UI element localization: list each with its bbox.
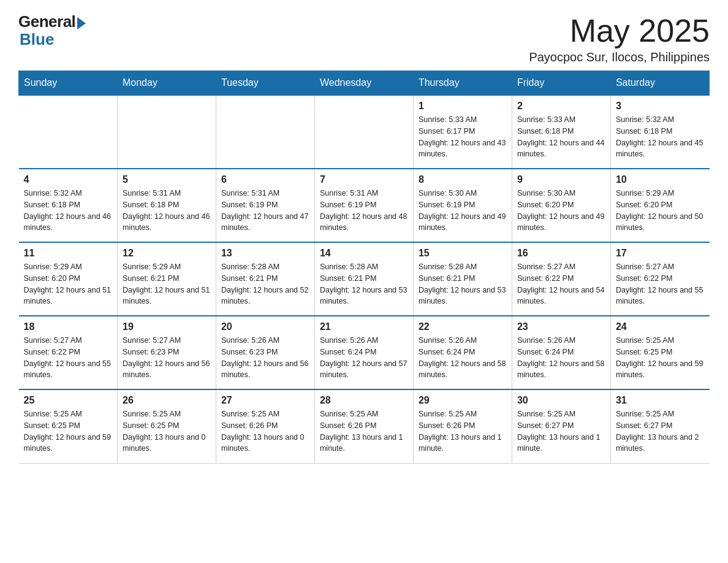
day-number: 16 xyxy=(517,248,605,259)
calendar-cell: 24Sunrise: 5:25 AM Sunset: 6:25 PM Dayli… xyxy=(610,316,709,389)
day-info: Sunrise: 5:25 AM Sunset: 6:27 PM Dayligh… xyxy=(616,408,705,454)
weekday-header-tuesday: Tuesday xyxy=(216,71,314,96)
calendar-cell: 31Sunrise: 5:25 AM Sunset: 6:27 PM Dayli… xyxy=(610,389,709,463)
calendar-cell: 18Sunrise: 5:27 AM Sunset: 6:22 PM Dayli… xyxy=(19,316,118,389)
calendar-cell: 10Sunrise: 5:29 AM Sunset: 6:20 PM Dayli… xyxy=(610,169,709,242)
calendar-cell: 6Sunrise: 5:31 AM Sunset: 6:19 PM Daylig… xyxy=(216,169,314,242)
day-number: 20 xyxy=(221,321,309,332)
weekday-header-sunday: Sunday xyxy=(19,71,118,96)
calendar-cell: 13Sunrise: 5:28 AM Sunset: 6:21 PM Dayli… xyxy=(216,242,314,316)
calendar-cell: 7Sunrise: 5:31 AM Sunset: 6:19 PM Daylig… xyxy=(314,169,413,242)
day-info: Sunrise: 5:25 AM Sunset: 6:26 PM Dayligh… xyxy=(320,408,408,454)
page-header: General Blue May 2025 Payocpoc Sur, Iloc… xyxy=(18,12,710,64)
calendar-cell: 14Sunrise: 5:28 AM Sunset: 6:21 PM Dayli… xyxy=(314,242,413,316)
calendar-cell: 29Sunrise: 5:25 AM Sunset: 6:26 PM Dayli… xyxy=(413,389,512,463)
day-info: Sunrise: 5:25 AM Sunset: 6:25 PM Dayligh… xyxy=(24,408,112,454)
day-number: 21 xyxy=(320,321,408,332)
day-number: 23 xyxy=(517,321,605,332)
calendar-cell: 27Sunrise: 5:25 AM Sunset: 6:26 PM Dayli… xyxy=(216,389,314,463)
day-info: Sunrise: 5:26 AM Sunset: 6:24 PM Dayligh… xyxy=(419,335,507,381)
calendar-week-row: 1Sunrise: 5:33 AM Sunset: 6:17 PM Daylig… xyxy=(19,95,710,169)
day-number: 22 xyxy=(419,321,507,332)
day-number: 2 xyxy=(517,101,605,112)
calendar-cell xyxy=(117,95,216,169)
calendar-cell: 20Sunrise: 5:26 AM Sunset: 6:23 PM Dayli… xyxy=(216,316,314,389)
day-number: 10 xyxy=(616,174,705,185)
day-info: Sunrise: 5:25 AM Sunset: 6:27 PM Dayligh… xyxy=(517,408,605,454)
weekday-header-monday: Monday xyxy=(117,71,216,96)
day-number: 18 xyxy=(24,321,112,332)
day-info: Sunrise: 5:25 AM Sunset: 6:26 PM Dayligh… xyxy=(419,408,507,454)
title-block: May 2025 Payocpoc Sur, Ilocos, Philippin… xyxy=(529,12,710,64)
weekday-header-saturday: Saturday xyxy=(610,71,709,96)
calendar-cell: 21Sunrise: 5:26 AM Sunset: 6:24 PM Dayli… xyxy=(314,316,413,389)
day-number: 29 xyxy=(419,395,507,406)
day-info: Sunrise: 5:30 AM Sunset: 6:19 PM Dayligh… xyxy=(419,188,507,234)
day-info: Sunrise: 5:28 AM Sunset: 6:21 PM Dayligh… xyxy=(419,261,507,307)
day-number: 12 xyxy=(123,248,211,259)
weekday-header-friday: Friday xyxy=(512,71,610,96)
calendar-cell: 3Sunrise: 5:32 AM Sunset: 6:18 PM Daylig… xyxy=(610,95,709,169)
month-year-title: May 2025 xyxy=(529,12,710,49)
calendar-week-row: 4Sunrise: 5:32 AM Sunset: 6:18 PM Daylig… xyxy=(19,169,710,242)
calendar-week-row: 18Sunrise: 5:27 AM Sunset: 6:22 PM Dayli… xyxy=(19,316,710,389)
calendar-cell: 17Sunrise: 5:27 AM Sunset: 6:22 PM Dayli… xyxy=(610,242,709,316)
day-info: Sunrise: 5:28 AM Sunset: 6:21 PM Dayligh… xyxy=(320,261,408,307)
day-info: Sunrise: 5:26 AM Sunset: 6:24 PM Dayligh… xyxy=(320,335,408,381)
logo-blue-text: Blue xyxy=(20,30,54,49)
calendar-cell xyxy=(314,95,413,169)
calendar-cell: 30Sunrise: 5:25 AM Sunset: 6:27 PM Dayli… xyxy=(512,389,610,463)
calendar-cell: 8Sunrise: 5:30 AM Sunset: 6:19 PM Daylig… xyxy=(413,169,512,242)
day-number: 1 xyxy=(419,101,507,112)
day-info: Sunrise: 5:31 AM Sunset: 6:18 PM Dayligh… xyxy=(123,188,211,234)
calendar-cell: 26Sunrise: 5:25 AM Sunset: 6:25 PM Dayli… xyxy=(117,389,216,463)
calendar-cell xyxy=(216,95,314,169)
day-number: 30 xyxy=(517,395,605,406)
day-info: Sunrise: 5:31 AM Sunset: 6:19 PM Dayligh… xyxy=(320,188,408,234)
calendar-cell: 9Sunrise: 5:30 AM Sunset: 6:20 PM Daylig… xyxy=(512,169,610,242)
day-info: Sunrise: 5:27 AM Sunset: 6:22 PM Dayligh… xyxy=(24,335,112,381)
day-info: Sunrise: 5:28 AM Sunset: 6:21 PM Dayligh… xyxy=(221,261,309,307)
calendar-cell: 12Sunrise: 5:29 AM Sunset: 6:21 PM Dayli… xyxy=(117,242,216,316)
day-number: 17 xyxy=(616,248,705,259)
day-number: 24 xyxy=(616,321,705,332)
day-info: Sunrise: 5:25 AM Sunset: 6:26 PM Dayligh… xyxy=(221,408,309,454)
location-subtitle: Payocpoc Sur, Ilocos, Philippines xyxy=(529,50,710,64)
day-info: Sunrise: 5:31 AM Sunset: 6:19 PM Dayligh… xyxy=(221,188,309,234)
calendar-cell: 1Sunrise: 5:33 AM Sunset: 6:17 PM Daylig… xyxy=(413,95,512,169)
day-number: 31 xyxy=(616,395,705,406)
day-number: 7 xyxy=(320,174,408,185)
day-info: Sunrise: 5:27 AM Sunset: 6:22 PM Dayligh… xyxy=(616,261,705,307)
calendar-week-row: 25Sunrise: 5:25 AM Sunset: 6:25 PM Dayli… xyxy=(19,389,710,463)
logo-general-text: General xyxy=(18,12,75,31)
day-info: Sunrise: 5:25 AM Sunset: 6:25 PM Dayligh… xyxy=(123,408,211,454)
calendar-cell: 22Sunrise: 5:26 AM Sunset: 6:24 PM Dayli… xyxy=(413,316,512,389)
day-info: Sunrise: 5:26 AM Sunset: 6:24 PM Dayligh… xyxy=(517,335,605,381)
day-number: 5 xyxy=(123,174,211,185)
calendar-cell: 4Sunrise: 5:32 AM Sunset: 6:18 PM Daylig… xyxy=(19,169,118,242)
day-number: 28 xyxy=(320,395,408,406)
calendar-table: SundayMondayTuesdayWednesdayThursdayFrid… xyxy=(18,71,710,464)
day-number: 6 xyxy=(221,174,309,185)
day-info: Sunrise: 5:29 AM Sunset: 6:21 PM Dayligh… xyxy=(123,261,211,307)
day-number: 25 xyxy=(24,395,112,406)
calendar-cell: 23Sunrise: 5:26 AM Sunset: 6:24 PM Dayli… xyxy=(512,316,610,389)
day-info: Sunrise: 5:27 AM Sunset: 6:22 PM Dayligh… xyxy=(517,261,605,307)
calendar-cell: 15Sunrise: 5:28 AM Sunset: 6:21 PM Dayli… xyxy=(413,242,512,316)
calendar-week-row: 11Sunrise: 5:29 AM Sunset: 6:20 PM Dayli… xyxy=(19,242,710,316)
day-number: 4 xyxy=(24,174,112,185)
calendar-cell: 2Sunrise: 5:33 AM Sunset: 6:18 PM Daylig… xyxy=(512,95,610,169)
day-number: 27 xyxy=(221,395,309,406)
weekday-header-thursday: Thursday xyxy=(413,71,512,96)
calendar-cell: 25Sunrise: 5:25 AM Sunset: 6:25 PM Dayli… xyxy=(19,389,118,463)
day-number: 9 xyxy=(517,174,605,185)
day-info: Sunrise: 5:27 AM Sunset: 6:23 PM Dayligh… xyxy=(123,335,211,381)
calendar-cell xyxy=(19,95,118,169)
weekday-header-wednesday: Wednesday xyxy=(314,71,413,96)
day-number: 11 xyxy=(24,248,112,259)
calendar-cell: 19Sunrise: 5:27 AM Sunset: 6:23 PM Dayli… xyxy=(117,316,216,389)
day-info: Sunrise: 5:30 AM Sunset: 6:20 PM Dayligh… xyxy=(517,188,605,234)
calendar-cell: 11Sunrise: 5:29 AM Sunset: 6:20 PM Dayli… xyxy=(19,242,118,316)
calendar-cell: 5Sunrise: 5:31 AM Sunset: 6:18 PM Daylig… xyxy=(117,169,216,242)
logo-arrow-icon xyxy=(77,17,86,29)
